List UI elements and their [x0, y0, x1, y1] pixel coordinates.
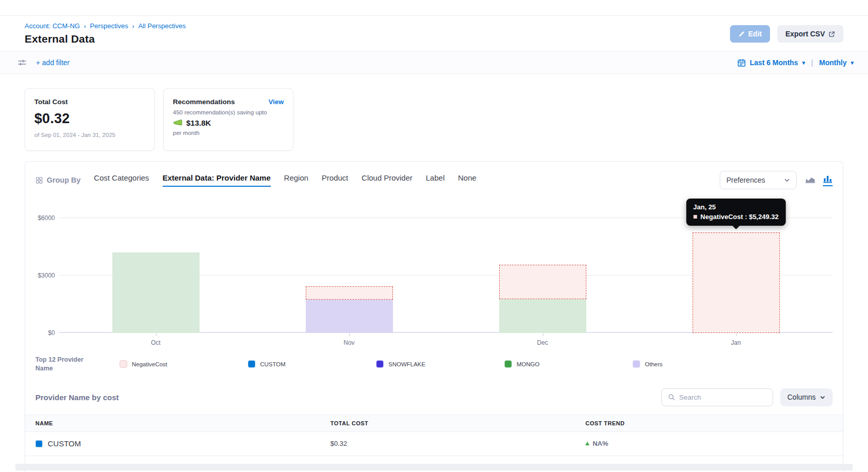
recommendations-title: Recommendations [173, 98, 235, 106]
legend-title: Top 12 Provider Name [35, 356, 96, 373]
tab-cost-categories[interactable]: Cost Categories [94, 173, 149, 187]
chevron-down-icon [820, 395, 825, 400]
bar-negativecost-jan[interactable] [693, 232, 780, 333]
tooltip-series-swatch [693, 215, 697, 219]
legend-label: MONGO [517, 361, 540, 367]
recommendations-per-month: per month [173, 130, 284, 136]
legend-swatch [120, 360, 127, 368]
summary-cards: Total Cost $0.32 of Sep 01, 2024 - Jan 3… [0, 74, 868, 151]
tab-label[interactable]: Label [426, 173, 445, 187]
tab-cloud-provider[interactable]: Cloud Provider [362, 173, 412, 187]
chart-legend: Top 12 Provider Name NegativeCost CUSTOM… [25, 356, 843, 373]
total-cost-card: Total Cost $0.32 of Sep 01, 2024 - Jan 3… [25, 88, 155, 151]
group-by-text: Group By [47, 176, 81, 184]
legend-swatch [633, 360, 640, 368]
x-tick [349, 333, 350, 336]
x-tick [156, 333, 156, 336]
filter-panel-toggle[interactable] [17, 58, 27, 67]
chart-tooltip: Jan, 25 NegativeCost : $5,249.32 [686, 199, 785, 226]
x-tick-label: Dec [537, 339, 548, 346]
legend-item-mongo[interactable]: MONGO [504, 360, 633, 368]
area-chart-icon[interactable] [805, 174, 816, 186]
legend-swatch [504, 360, 512, 368]
columns-button[interactable]: Columns [780, 388, 833, 406]
legend-label: Others [645, 361, 663, 367]
total-cost-title: Total Cost [34, 98, 145, 106]
filter-bar: + add filter Last 6 Months ▾ | Monthly ▾ [0, 51, 868, 74]
recommendations-card: Recommendations View 450 recommendation(… [163, 88, 293, 151]
export-csv-button[interactable]: Export CSV [777, 25, 843, 43]
chevron-down-icon [784, 177, 790, 183]
tooltip-title: Jan, 25 [693, 203, 778, 211]
bar-negativecost-nov[interactable] [306, 286, 393, 300]
breadcrumb-all-perspectives[interactable]: All Perspectives [138, 22, 185, 30]
edit-button[interactable]: Edit [730, 25, 770, 43]
granularity-selector[interactable]: Monthly [819, 58, 847, 67]
x-tick [543, 333, 543, 336]
horizontal-scrollbar[interactable] [15, 464, 853, 470]
x-tick-label: Jan [731, 339, 741, 346]
date-range-selector[interactable]: Last 6 Months [750, 58, 798, 67]
bar-negativecost-dec[interactable] [499, 265, 586, 299]
provider-swatch [35, 440, 43, 447]
header-total-cost: TOTAL COST [330, 420, 585, 426]
legend-item-others[interactable]: Others [633, 360, 761, 368]
breadcrumb-separator-icon: › [84, 23, 86, 29]
bar-others-nov[interactable] [306, 300, 393, 333]
filter-divider: | [809, 58, 815, 67]
provider-name: CUSTOM [48, 439, 81, 448]
bar-chart-icon[interactable] [823, 174, 833, 186]
page-header: Account: CCM-NG › Perspectives › All Per… [0, 15, 868, 51]
edit-button-label: Edit [748, 30, 762, 38]
tab-region[interactable]: Region [284, 173, 309, 187]
savings-icon [173, 119, 183, 127]
tab-product[interactable]: Product [322, 173, 348, 187]
group-by-tabs: Cost Categories External Data: Provider … [94, 173, 720, 187]
tab-external-data-provider-name[interactable]: External Data: Provider Name [163, 173, 271, 187]
y-tick-label: $0 [48, 329, 55, 337]
pencil-icon [738, 31, 745, 37]
table-row-custom[interactable]: CUSTOM $0.32 NA% [25, 432, 843, 456]
table-toolbar: Provider Name by cost Columns [25, 373, 843, 415]
legend-item-custom[interactable]: CUSTOM [248, 360, 376, 368]
chart-plot-area: Jan, 25 NegativeCost : $5,249.32 OctNovD… [59, 204, 833, 333]
chevron-down-icon[interactable]: ▾ [802, 60, 805, 66]
legend-label: CUSTOM [260, 361, 286, 367]
tab-none[interactable]: None [458, 173, 477, 187]
legend-item-negativecost[interactable]: NegativeCost [120, 360, 248, 368]
page: Account: CCM-NG › Perspectives › All Per… [0, 0, 868, 472]
preferences-dropdown[interactable]: Preferences [720, 171, 797, 189]
x-tick [736, 333, 737, 336]
chart-type-toggle [805, 174, 833, 186]
table-title: Provider Name by cost [35, 393, 119, 402]
table-header-row: NAME TOTAL COST COST TREND [25, 415, 843, 432]
calendar-icon [737, 58, 746, 67]
add-filter-button[interactable]: + add filter [36, 58, 70, 67]
y-tick-label: $6000 [38, 214, 55, 222]
legend-swatch [248, 360, 255, 368]
header-cost-trend: COST TREND [585, 420, 833, 426]
legend-swatch [376, 360, 384, 368]
recommendations-line: 450 recommendation(s) saving upto [173, 109, 284, 115]
search-input[interactable] [679, 394, 770, 401]
legend-item-snowflake[interactable]: SNOWFLAKE [376, 360, 504, 368]
view-recommendations-link[interactable]: View [269, 98, 284, 106]
columns-button-label: Columns [787, 393, 816, 401]
x-tick-label: Oct [151, 339, 161, 346]
header-left: Account: CCM-NG › Perspectives › All Per… [25, 22, 186, 45]
breadcrumb-separator-icon: › [132, 23, 134, 29]
group-by-label: Group By [35, 176, 81, 184]
export-csv-label: Export CSV [785, 30, 825, 38]
total-cost-period: of Sep 01, 2024 - Jan 31, 2025 [34, 132, 145, 138]
provider-total-cost: $0.32 [330, 440, 585, 447]
breadcrumb-account[interactable]: Account: CCM-NG [25, 22, 80, 30]
y-tick-label: $3000 [38, 272, 55, 279]
chevron-down-icon[interactable]: ▾ [851, 60, 854, 66]
table-search [661, 388, 773, 406]
perspective-panel: Group By Cost Categories External Data: … [25, 161, 843, 472]
chart-y-axis: $0$3000$6000 [32, 204, 59, 333]
bar-mongo-dec[interactable] [499, 299, 586, 333]
breadcrumb-perspectives[interactable]: Perspectives [90, 22, 128, 30]
header-name: NAME [35, 420, 330, 426]
bar-mongo-oct[interactable] [112, 252, 200, 333]
